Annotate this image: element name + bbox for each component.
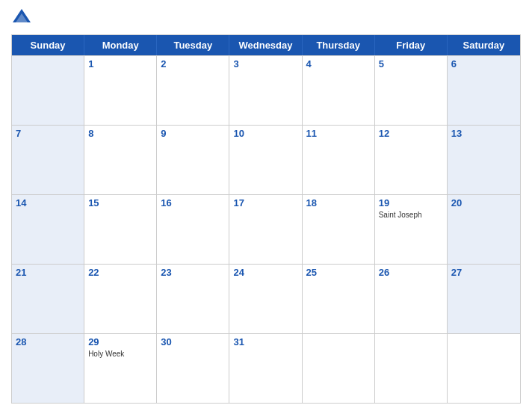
day-number: 16 [161,197,225,208]
day-number: 24 [233,267,297,278]
day-number: 25 [306,267,371,278]
day-cell-23: 23 [157,265,229,333]
day-header-saturday: Saturday [448,35,520,55]
day-cell-empty [448,334,520,403]
day-number: 21 [16,267,80,278]
day-cell-8: 8 [84,126,157,194]
day-number: 27 [451,267,516,278]
day-number: 31 [233,336,297,347]
day-number: 13 [451,128,516,139]
calendar: SundayMondayTuesdayWednesdayThursdayFrid… [11,34,521,404]
page-header [11,7,521,28]
day-number: 10 [233,128,297,139]
week-row-5: 2829Holy Week3031 [12,333,520,403]
day-cell-21: 21 [12,265,84,333]
day-number: 20 [451,197,516,208]
day-cell-17: 17 [229,195,302,264]
event-label: Holy Week [88,349,152,359]
event-label: Saint Joseph [379,210,443,220]
day-cell-29: 29Holy Week [84,334,157,403]
day-cell-13: 13 [448,126,520,194]
day-header-wednesday: Wednesday [229,35,302,55]
day-cell-1: 1 [84,56,157,125]
day-cell-empty [375,334,448,403]
day-header-sunday: Sunday [12,35,84,55]
day-number: 5 [379,58,443,69]
day-number: 15 [88,197,152,208]
day-number: 17 [233,197,297,208]
day-number: 19 [379,197,443,208]
day-number: 30 [161,336,225,347]
day-cell-2: 2 [157,56,229,125]
day-cell-empty [303,334,375,403]
weeks: 12345678910111213141516171819Saint Josep… [12,55,520,403]
day-number: 2 [161,58,225,69]
day-cell-20: 20 [448,195,520,264]
day-number: 23 [161,267,225,278]
day-cell-28: 28 [12,334,84,403]
day-number: 12 [379,128,443,139]
day-header-monday: Monday [84,35,157,55]
day-cell-25: 25 [303,265,375,333]
day-number: 28 [16,336,80,347]
day-cell-4: 4 [303,56,375,125]
week-row-4: 21222324252627 [12,264,520,333]
day-cell-11: 11 [303,126,375,194]
day-header-friday: Friday [375,35,448,55]
day-number: 1 [88,58,152,69]
calendar-page: SundayMondayTuesdayWednesdayThursdayFrid… [0,0,532,411]
day-cell-31: 31 [229,334,302,403]
week-row-3: 141516171819Saint Joseph20 [12,194,520,264]
day-cell-24: 24 [229,265,302,333]
day-number: 3 [233,58,297,69]
day-cell-6: 6 [448,56,520,125]
logo-icon [11,7,32,28]
day-cell-18: 18 [303,195,375,264]
day-number: 9 [161,128,225,139]
day-cell-10: 10 [229,126,302,194]
day-number: 8 [88,128,152,139]
day-cell-22: 22 [84,265,157,333]
week-row-2: 78910111213 [12,125,520,194]
day-cell-27: 27 [448,265,520,333]
day-cell-12: 12 [375,126,448,194]
day-number: 6 [451,58,516,69]
day-cell-3: 3 [229,56,302,125]
day-cell-5: 5 [375,56,448,125]
day-number: 26 [379,267,443,278]
day-cell-19: 19Saint Joseph [375,195,448,264]
logo [11,7,35,28]
day-cell-30: 30 [157,334,229,403]
day-headers: SundayMondayTuesdayWednesdayThursdayFrid… [12,35,520,55]
day-cell-15: 15 [84,195,157,264]
day-cell-26: 26 [375,265,448,333]
day-header-tuesday: Tuesday [157,35,229,55]
day-cell-14: 14 [12,195,84,264]
day-cell-7: 7 [12,126,84,194]
day-number: 14 [16,197,80,208]
day-cell-9: 9 [157,126,229,194]
day-number: 4 [306,58,371,69]
day-number: 22 [88,267,152,278]
day-number: 29 [88,336,152,347]
day-cell-16: 16 [157,195,229,264]
day-number: 7 [16,128,80,139]
week-row-1: 123456 [12,55,520,125]
day-number: 11 [306,128,371,139]
day-number: 18 [306,197,371,208]
day-cell-empty [12,56,84,125]
day-header-thursday: Thursday [303,35,375,55]
